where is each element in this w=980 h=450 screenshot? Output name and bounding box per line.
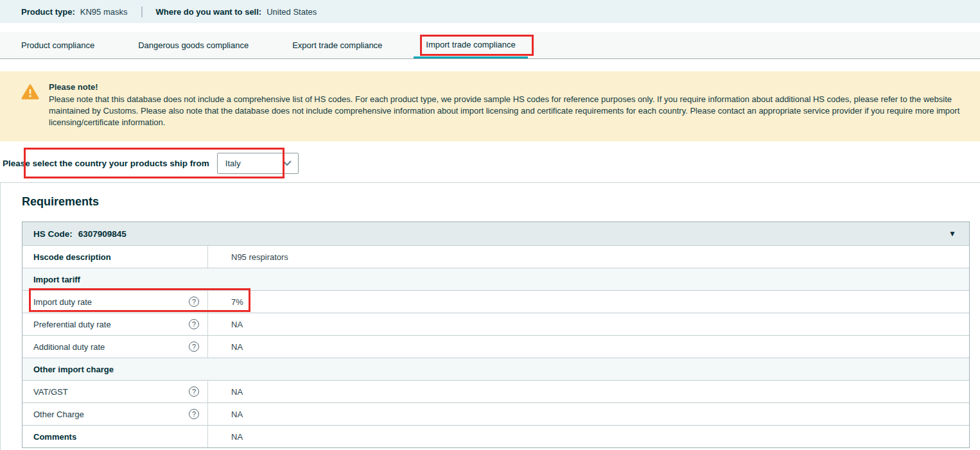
product-type-group: Product type: KN95 masks — [21, 7, 128, 17]
product-type-label: Product type: — [21, 7, 75, 17]
row-label-cell: Additional duty rate? — [22, 336, 208, 358]
top-info-bar: Product type: KN95 masks Where do you wa… — [0, 0, 980, 23]
warning-icon — [21, 83, 39, 100]
row-label: Preferential duty rate — [33, 320, 111, 329]
section-row-import-tariff: Import tariff — [22, 268, 969, 290]
vertical-divider — [141, 6, 143, 17]
help-icon[interactable]: ? — [189, 386, 199, 397]
help-icon[interactable]: ? — [189, 342, 199, 352]
notice-content: Please note! Please note that this datab… — [49, 82, 972, 128]
row-label: Additional duty rate — [33, 342, 105, 352]
section-row-label: Other import charge — [33, 365, 114, 374]
sell-destination-value: United States — [267, 7, 317, 17]
section-row-label: Import tariff — [33, 275, 80, 284]
row-value-cell: NA — [208, 381, 243, 402]
other-charge-row: Other Charge?NA — [22, 402, 969, 425]
requirements-title: Requirements — [22, 195, 980, 209]
hs-code-label: HS Code: — [33, 229, 73, 239]
tab-dangerous-goods-compliance[interactable]: Dangerous goods compliance — [138, 32, 249, 58]
section-row-other-import-charge: Other import charge — [22, 358, 969, 380]
row-value-cell: 7% — [208, 291, 243, 313]
ship-from-select[interactable]: Italy — [217, 153, 299, 174]
row-label-cell: Preferential duty rate? — [22, 313, 208, 335]
row-value-cell: NA — [208, 313, 243, 335]
row-label: Import duty rate — [33, 297, 92, 307]
sell-destination-label: Where do you want to sell: — [156, 7, 262, 17]
notice-banner: Please note! Please note that this datab… — [0, 71, 980, 141]
row-value-cell: NA — [208, 426, 243, 447]
help-icon[interactable]: ? — [189, 409, 199, 419]
row-value-cell: NA — [208, 336, 243, 358]
row-label-cell: Hscode description — [22, 246, 208, 268]
tab-bar: Product complianceDangerous goods compli… — [0, 32, 980, 59]
chevron-down-icon — [283, 160, 292, 166]
notice-title: Please note! — [49, 82, 972, 93]
help-icon[interactable]: ? — [189, 319, 199, 329]
vat-gst-row: VAT/GST?NA — [22, 380, 969, 402]
row-label-cell: Import duty rate? — [22, 291, 208, 313]
import-duty-rate-row: Import duty rate?7% — [22, 290, 969, 313]
notice-body: Please note that this database does not … — [49, 94, 972, 128]
hs-code-header[interactable]: HS Code: 6307909845 ▼ — [22, 222, 969, 245]
ship-from-label: Please select the country your products … — [3, 159, 209, 168]
requirements-table-body: Hscode descriptionN95 respiratorsImport … — [22, 245, 969, 447]
row-value-cell: N95 respirators — [208, 246, 288, 268]
row-label: Comments — [33, 432, 76, 442]
row-label-cell: Other Charge? — [22, 403, 208, 425]
hs-code-value: 6307909845 — [78, 229, 127, 239]
row-label: Other Charge — [33, 410, 84, 419]
tab-product-compliance[interactable]: Product compliance — [21, 32, 94, 58]
sell-destination-group: Where do you want to sell: United States — [156, 7, 317, 17]
ship-from-selected-value: Italy — [225, 159, 241, 168]
hs-code-panel: HS Code: 6307909845 ▼ Hscode description… — [22, 221, 970, 448]
preferential-duty-rate-row: Preferential duty rate?NA — [22, 313, 969, 335]
tab-export-trade-compliance[interactable]: Export trade compliance — [292, 32, 382, 58]
row-value-cell: NA — [208, 403, 243, 425]
tab-import-trade-compliance[interactable]: Import trade compliance — [414, 32, 527, 58]
hscode-description-row: Hscode descriptionN95 respirators — [22, 245, 969, 268]
comments-row: CommentsNA — [22, 425, 969, 447]
additional-duty-rate-row: Additional duty rate?NA — [22, 335, 969, 358]
requirements-section: Requirements HS Code: 6307909845 ▼ Hscod… — [0, 182, 980, 450]
ship-from-row: Please select the country your products … — [0, 151, 980, 175]
caret-down-icon[interactable]: ▼ — [949, 229, 956, 238]
help-icon[interactable]: ? — [189, 297, 199, 307]
row-label-cell: VAT/GST? — [22, 381, 208, 402]
row-label: Hscode description — [33, 252, 111, 262]
row-label-cell: Comments — [22, 426, 208, 447]
product-type-value: KN95 masks — [80, 7, 128, 17]
row-label: VAT/GST — [33, 387, 68, 397]
